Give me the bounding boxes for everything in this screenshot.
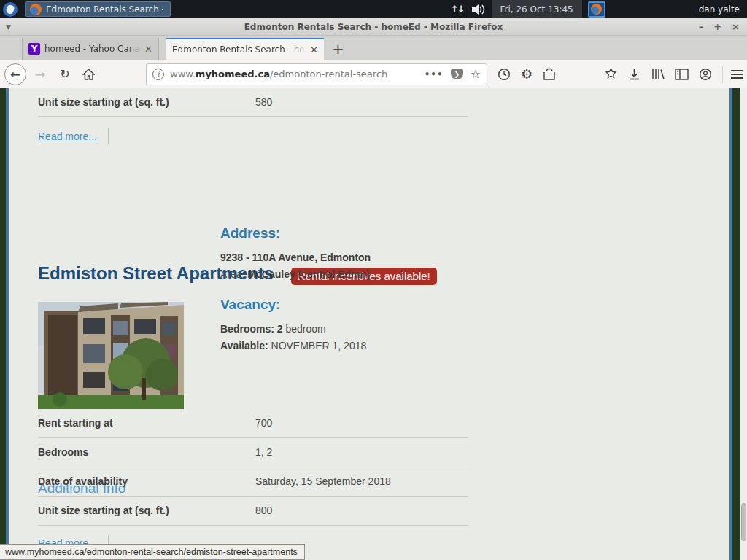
tab-close-icon[interactable]: ✕ — [310, 44, 318, 55]
address-heading: Address: — [220, 225, 280, 241]
bookmark-star-icon[interactable]: ☆ — [471, 67, 481, 81]
navigation-toolbar: ← → ↻ i www.myhomeed.ca/edmonton-rental-… — [0, 60, 747, 88]
history-clock-icon[interactable] — [498, 68, 511, 81]
downloads-icon[interactable] — [628, 68, 640, 81]
maximize-button[interactable]: + — [713, 22, 721, 31]
tab-strip: Y homeed - Yahoo Canada Sea ✕ Edmonton R… — [0, 36, 747, 60]
read-more-link[interactable]: Read more... — [38, 131, 97, 142]
toolbar-separator — [722, 66, 723, 83]
scrollbar-thumb[interactable] — [741, 503, 746, 541]
page-border-left — [0, 88, 6, 560]
library-icon[interactable] — [651, 68, 665, 81]
table-row: Rent starting at 700 — [38, 409, 468, 438]
taskbar-window-label: Edmonton Rentals Search - h... — [46, 4, 163, 15]
applications-menu-icon[interactable] — [3, 2, 18, 17]
reload-button[interactable]: ↻ — [55, 67, 74, 81]
info-row-value: 580 — [255, 96, 272, 108]
table-row: Unit size starting at (sq. ft.) 800 — [38, 497, 468, 526]
site-info-icon[interactable]: i — [152, 69, 164, 80]
bedrooms-line: Bedrooms: 2 bedroom — [220, 323, 326, 335]
system-tray: ↑↓ Fri, 26 Oct 13:45 dan yalte — [451, 0, 747, 18]
save-page-icon[interactable] — [543, 68, 556, 81]
tab-edmonton-rentals-active[interactable]: Edmonton Rentals Search - home ✕ — [166, 38, 324, 60]
window-title: Edmonton Rentals Search - homeEd - Mozil… — [0, 22, 747, 32]
hamburger-menu-icon[interactable] — [730, 69, 743, 79]
desktop-taskbar: Edmonton Rentals Search - h... ↑↓ Fri, 2… — [0, 0, 747, 18]
browser-viewport: Unit size starting at (sq. ft.) 580 Read… — [0, 88, 747, 560]
clock[interactable]: Fri, 26 Oct 13:45 — [492, 0, 582, 18]
sidebar-icon[interactable] — [675, 69, 689, 80]
vacancy-heading: Vacancy: — [220, 297, 280, 313]
yahoo-favicon: Y — [28, 43, 40, 55]
logged-in-user: dan yalte — [699, 4, 740, 15]
url-bar[interactable]: i www.myhomeed.ca/edmonton-rental-search… — [146, 63, 487, 85]
bookmarks-star-icon[interactable] — [604, 67, 618, 81]
vertical-scrollbar[interactable] — [740, 88, 747, 560]
tab-yahoo-search[interactable]: Y homeed - Yahoo Canada Sea ✕ — [22, 38, 159, 60]
available-line: Available: NOVEMBER 1, 2018 — [220, 340, 366, 351]
area-line: Area: McCauley (central Edmn) — [220, 268, 370, 280]
page-actions-icon[interactable]: ••• — [425, 69, 444, 79]
firefox-tray-icon[interactable] — [588, 1, 605, 18]
info-row-label: Unit size starting at (sq. ft.) — [38, 96, 169, 108]
firefox-icon — [30, 4, 42, 15]
close-button[interactable]: × — [732, 22, 740, 31]
table-row: Bedrooms 1, 2 — [38, 438, 468, 467]
tab-close-icon[interactable]: ✕ — [144, 44, 152, 55]
gear-icon[interactable]: ⚙ — [521, 66, 533, 82]
forward-button[interactable]: → — [31, 67, 50, 82]
page-border-right — [732, 88, 740, 560]
home-button[interactable] — [79, 69, 98, 80]
minimize-button[interactable]: – — [699, 22, 704, 31]
status-bar-link-url: www.myhomeed.ca/edmonton-rental-search/e… — [0, 544, 305, 560]
apartment-photo[interactable] — [38, 302, 184, 409]
account-icon[interactable] — [699, 68, 712, 81]
url-text[interactable]: www.myhomeed.ca/edmonton-rental-search — [170, 69, 425, 79]
address-line: 9238 - 110A Avenue, Edmonton — [220, 252, 371, 263]
pocket-icon[interactable]: ❯ — [451, 69, 463, 79]
window-titlebar: ▼ Edmonton Rentals Search - homeEd - Moz… — [0, 18, 747, 36]
network-icon[interactable]: ↑↓ — [451, 4, 464, 15]
taskbar-window-button[interactable]: Edmonton Rentals Search - h... — [25, 1, 171, 17]
volume-icon[interactable] — [471, 4, 486, 15]
new-tab-button[interactable]: + — [332, 40, 344, 58]
table-row: Date of availability Saturday, 15 Septem… — [38, 467, 468, 497]
back-button[interactable]: ← — [4, 63, 26, 85]
